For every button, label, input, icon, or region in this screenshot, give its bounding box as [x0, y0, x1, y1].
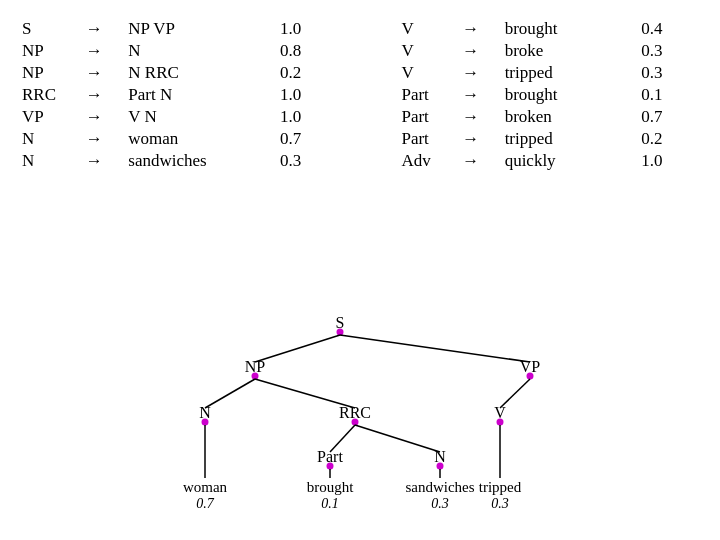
arrow2-cell: →: [458, 128, 500, 150]
grammar-table: S → NP VP 1.0 V → brought 0.4 NP → N 0.8…: [18, 18, 698, 172]
rhs2-cell: brought: [501, 84, 638, 106]
np-dot: [252, 373, 259, 380]
prob1-cell: 1.0: [276, 18, 352, 40]
prob1-cell: 0.7: [276, 128, 352, 150]
prob-sandwiches: 0.3: [431, 496, 449, 511]
spacer: [352, 84, 398, 106]
leaf-brought: brought: [307, 479, 354, 495]
arrow2-cell: →: [458, 62, 500, 84]
leaf-woman: woman: [183, 479, 228, 495]
v1-cell: Part: [397, 128, 458, 150]
rhs2-cell: tripped: [501, 128, 638, 150]
prob2-cell: 0.1: [637, 84, 698, 106]
rhs2-cell: broken: [501, 106, 638, 128]
lhs-cell: VP: [18, 106, 82, 128]
arrow-cell: →: [82, 84, 124, 106]
n2-node: N: [434, 448, 446, 465]
lhs-cell: RRC: [18, 84, 82, 106]
vp-dot: [527, 373, 534, 380]
prob2-cell: 0.2: [637, 128, 698, 150]
v-dot: [497, 419, 504, 426]
prob2-cell: 0.4: [637, 18, 698, 40]
lhs-cell: N: [18, 150, 82, 172]
arrow2-cell: →: [458, 18, 500, 40]
part-node: Part: [317, 448, 343, 465]
rhs-cell: sandwiches: [124, 150, 276, 172]
v1-cell: V: [397, 18, 458, 40]
table-row: RRC → Part N 1.0 Part → brought 0.1: [18, 84, 698, 106]
rhs2-cell: broke: [501, 40, 638, 62]
table-row: S → NP VP 1.0 V → brought 0.4: [18, 18, 698, 40]
prob1-cell: 1.0: [276, 106, 352, 128]
rhs-cell: N RRC: [124, 62, 276, 84]
prob1-cell: 0.3: [276, 150, 352, 172]
v1-cell: Part: [397, 84, 458, 106]
s-dot: [337, 329, 344, 336]
n2-dot: [437, 463, 444, 470]
arrow2-cell: →: [458, 150, 500, 172]
leaf-tripped: tripped: [479, 479, 522, 495]
svg-line-0: [255, 335, 340, 362]
spacer: [352, 106, 398, 128]
leaf-sandwiches: sandwiches: [405, 479, 474, 495]
lhs-cell: S: [18, 18, 82, 40]
prob2-cell: 0.3: [637, 62, 698, 84]
prob-woman: 0.7: [196, 496, 215, 511]
prob-brought: 0.1: [321, 496, 339, 511]
prob1-cell: 0.2: [276, 62, 352, 84]
part-dot: [327, 463, 334, 470]
table-row: NP → N 0.8 V → broke 0.3: [18, 40, 698, 62]
page-title: [0, 0, 720, 18]
spacer: [352, 150, 398, 172]
svg-line-6: [355, 425, 440, 452]
spacer: [352, 40, 398, 62]
lhs-cell: NP: [18, 62, 82, 84]
rhs-cell: woman: [124, 128, 276, 150]
table-row: NP → N RRC 0.2 V → tripped 0.3: [18, 62, 698, 84]
spacer: [352, 128, 398, 150]
prob2-cell: 1.0: [637, 150, 698, 172]
parse-tree: S NP VP N RRC V Part: [0, 310, 720, 540]
rrc-node: RRC: [339, 404, 371, 421]
lhs-cell: NP: [18, 40, 82, 62]
arrow-cell: →: [82, 128, 124, 150]
arrow-cell: →: [82, 150, 124, 172]
v1-cell: V: [397, 40, 458, 62]
rhs2-cell: quickly: [501, 150, 638, 172]
arrow-cell: →: [82, 18, 124, 40]
spacer: [352, 62, 398, 84]
s-node: S: [336, 314, 345, 331]
spacer: [352, 18, 398, 40]
arrow2-cell: →: [458, 84, 500, 106]
v1-cell: Adv: [397, 150, 458, 172]
svg-line-1: [340, 335, 530, 362]
v1-cell: V: [397, 62, 458, 84]
rhs2-cell: tripped: [501, 62, 638, 84]
prob1-cell: 0.8: [276, 40, 352, 62]
n-node: N: [199, 404, 211, 421]
vp-node: VP: [520, 358, 541, 375]
table-row: VP → V N 1.0 Part → broken 0.7: [18, 106, 698, 128]
arrow2-cell: →: [458, 106, 500, 128]
table-row: N → woman 0.7 Part → tripped 0.2: [18, 128, 698, 150]
prob1-cell: 1.0: [276, 84, 352, 106]
rhs-cell: V N: [124, 106, 276, 128]
arrow-cell: →: [82, 62, 124, 84]
n-dot: [202, 419, 209, 426]
rhs-cell: N: [124, 40, 276, 62]
table-row: N → sandwiches 0.3 Adv → quickly 1.0: [18, 150, 698, 172]
prob2-cell: 0.7: [637, 106, 698, 128]
rhs-cell: NP VP: [124, 18, 276, 40]
v1-cell: Part: [397, 106, 458, 128]
arrow-cell: →: [82, 40, 124, 62]
v-node: V: [494, 404, 506, 421]
prob-tripped: 0.3: [491, 496, 509, 511]
lhs-cell: N: [18, 128, 82, 150]
prob2-cell: 0.3: [637, 40, 698, 62]
rhs2-cell: brought: [501, 18, 638, 40]
rhs-cell: Part N: [124, 84, 276, 106]
svg-line-2: [205, 379, 255, 408]
arrow-cell: →: [82, 106, 124, 128]
np-node: NP: [245, 358, 266, 375]
rrc-dot: [352, 419, 359, 426]
